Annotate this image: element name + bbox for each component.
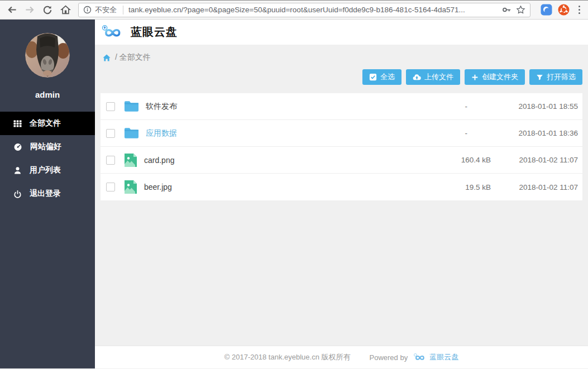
file-row-image-2[interactable]: beer.jpg 19.5 kB 2018-01-02 11:07 (101, 174, 582, 200)
grid-icon (13, 119, 22, 128)
sidebar-item-all-files[interactable]: 全部文件 (0, 112, 95, 135)
select-all-button[interactable]: 全选 (362, 69, 401, 85)
user-icon (13, 166, 22, 175)
footer-brand-link[interactable]: 蓝眼云盘 (412, 352, 458, 362)
main-content: 蓝眼云盘 / 全部文件 全选 上传文件 创建文件夹 打开筛选 (95, 20, 588, 368)
dashboard-icon (13, 142, 22, 151)
file-size: 160.4 kB (435, 156, 491, 164)
file-name[interactable]: 应用数据 (146, 128, 435, 138)
back-button[interactable] (4, 3, 19, 17)
create-folder-label: 创建文件夹 (482, 72, 518, 82)
powered-by-text: Powered by (370, 353, 408, 362)
power-icon (13, 190, 22, 198)
extension-blue-icon[interactable] (541, 4, 552, 16)
sidebar-item-user-list[interactable]: 用户列表 (0, 159, 95, 182)
sidebar-item-label: 用户列表 (30, 165, 61, 175)
image-file-icon (124, 180, 137, 194)
row-checkbox[interactable] (106, 129, 115, 138)
forward-icon (25, 4, 35, 15)
back-icon (7, 4, 17, 15)
sidebar: admin 全部文件 网站偏好 用户列表 退出登录 (0, 20, 95, 368)
sidebar-item-label: 网站偏好 (30, 142, 61, 152)
info-icon[interactable] (83, 6, 92, 14)
sidebar-item-site-preferences[interactable]: 网站偏好 (0, 135, 95, 159)
select-all-label: 全选 (380, 72, 395, 82)
footer-logo-icon (412, 353, 427, 362)
browser-menu-icon[interactable] (575, 3, 584, 16)
row-checkbox[interactable] (106, 156, 115, 165)
home-icon[interactable] (102, 54, 111, 62)
plus-icon (471, 74, 479, 81)
omnibox-divider (123, 6, 123, 15)
security-label: 不安全 (95, 5, 117, 15)
create-folder-button[interactable]: 创建文件夹 (465, 69, 525, 85)
open-filter-button[interactable]: 打开筛选 (529, 69, 582, 85)
breadcrumb-path: / 全部文件 (115, 52, 151, 63)
open-filter-label: 打开筛选 (547, 72, 576, 82)
filter-icon (536, 74, 543, 81)
url-text[interactable]: tank.eyeblue.cn/?page=0&pageSize=50&puui… (128, 6, 498, 14)
bookmark-star-icon[interactable] (516, 5, 525, 15)
file-row-image-1[interactable]: card.png 160.4 kB 2018-01-02 11:07 (101, 147, 582, 174)
folder-icon (124, 127, 139, 140)
sidebar-item-label: 退出登录 (30, 189, 61, 199)
forward-button[interactable] (22, 3, 37, 17)
upload-file-label: 上传文件 (424, 72, 453, 82)
action-toolbar: 全选 上传文件 创建文件夹 打开筛选 (101, 69, 582, 85)
browser-toolbar: 不安全 tank.eyeblue.cn/?page=0&pageSize=50&… (0, 0, 588, 20)
browser-home-icon (60, 4, 71, 15)
file-table: 软件发布 - 2018-01-01 18:55 应用数据 - 2018-01-0… (101, 93, 582, 200)
file-size: 19.5 kB (435, 183, 491, 191)
page-title: 蓝眼云盘 (131, 25, 178, 40)
key-icon[interactable] (502, 5, 511, 15)
file-date: 2018-01-01 18:55 (491, 102, 578, 111)
refresh-icon (42, 5, 52, 15)
home-button[interactable] (58, 3, 73, 17)
refresh-button[interactable] (40, 3, 55, 17)
username: admin (35, 90, 60, 99)
app-header: 蓝眼云盘 (95, 20, 588, 45)
sidebar-item-label: 全部文件 (30, 118, 61, 128)
copyright-text: © 2017-2018 tank.eyeblue.cn 版权所有 (224, 352, 351, 362)
cloud-upload-icon (413, 73, 421, 82)
file-date: 2018-01-01 18:36 (491, 129, 578, 137)
goat-avatar-image (25, 33, 70, 78)
upload-file-button[interactable]: 上传文件 (406, 69, 460, 85)
app-logo-icon (99, 24, 125, 41)
file-size: - (435, 102, 491, 111)
footer: © 2017-2018 tank.eyeblue.cn 版权所有 Powered… (95, 346, 588, 368)
address-bar[interactable]: 不安全 tank.eyeblue.cn/?page=0&pageSize=50&… (78, 3, 530, 17)
sidebar-menu: 全部文件 网站偏好 用户列表 退出登录 (0, 112, 95, 205)
file-date: 2018-01-02 11:07 (491, 183, 578, 191)
check-square-icon (369, 73, 377, 81)
avatar (25, 33, 70, 78)
breadcrumb: / 全部文件 (102, 52, 588, 63)
footer-brand-label: 蓝眼云盘 (429, 352, 458, 362)
file-row-folder-2[interactable]: 应用数据 - 2018-01-01 18:36 (101, 120, 582, 147)
row-checkbox[interactable] (106, 102, 115, 111)
row-checkbox[interactable] (106, 183, 115, 191)
sidebar-item-logout[interactable]: 退出登录 (0, 182, 95, 205)
extension-orange-icon[interactable] (558, 4, 570, 16)
file-size: - (435, 129, 491, 137)
folder-icon (124, 100, 139, 113)
image-file-icon (124, 153, 137, 167)
file-row-folder-1[interactable]: 软件发布 - 2018-01-01 18:55 (101, 93, 582, 120)
file-name[interactable]: 软件发布 (146, 102, 435, 112)
file-date: 2018-01-02 11:07 (491, 156, 578, 164)
file-name[interactable]: beer.jpg (144, 183, 435, 191)
file-name[interactable]: card.png (144, 156, 435, 165)
